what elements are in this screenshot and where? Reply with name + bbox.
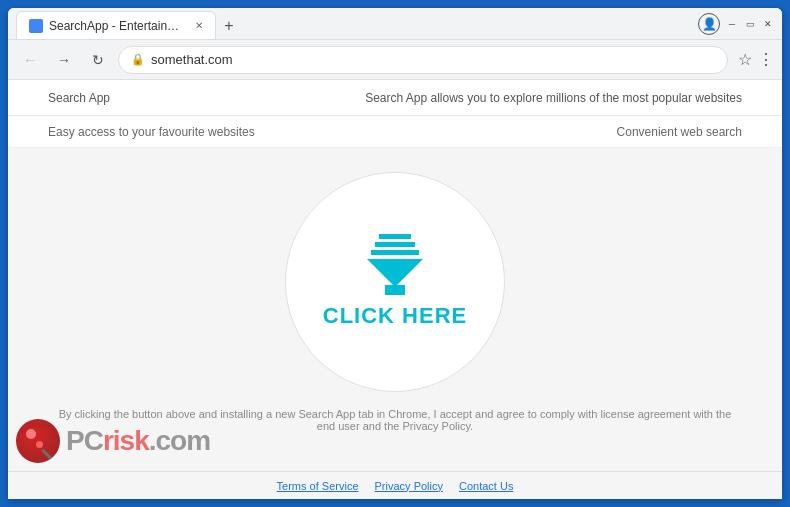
app-name: Search App bbox=[48, 91, 110, 105]
dl-line-2 bbox=[375, 242, 415, 247]
dl-stem bbox=[385, 285, 405, 295]
addressbar: ← → ↻ 🔒 somethat.com ☆ ⋮ bbox=[8, 40, 782, 80]
feature-right: Convenient web search bbox=[617, 125, 742, 139]
address-bar[interactable]: 🔒 somethat.com bbox=[118, 46, 728, 74]
magnifier-handle bbox=[41, 449, 54, 462]
terms-link[interactable]: Terms of Service bbox=[277, 480, 359, 492]
tab-area: SearchApp - Entertainm... ✕ + bbox=[16, 8, 698, 39]
new-tab-button[interactable]: + bbox=[216, 13, 242, 39]
tab-close-button[interactable]: ✕ bbox=[195, 20, 203, 31]
download-lines bbox=[371, 234, 419, 255]
menu-icon[interactable]: ⋮ bbox=[758, 50, 774, 69]
disclaimer-text: By clicking the button above and install… bbox=[8, 392, 782, 448]
features-row: Easy access to your favourite websites C… bbox=[8, 116, 782, 148]
app-toolbar: Search App Search App allows you to expl… bbox=[8, 80, 782, 116]
lock-icon: 🔒 bbox=[131, 53, 145, 66]
minimize-button[interactable]: ─ bbox=[726, 18, 738, 30]
profile-icon[interactable]: 👤 bbox=[698, 13, 720, 35]
footer: Terms of Service Privacy Policy Contact … bbox=[8, 471, 782, 499]
back-button[interactable]: ← bbox=[16, 46, 44, 74]
titlebar: SearchApp - Entertainm... ✕ + 👤 ─ ▭ ✕ bbox=[8, 8, 782, 40]
main-content: CLICK HERE By clicking the button above … bbox=[8, 148, 782, 471]
feature-left: Easy access to your favourite websites bbox=[48, 125, 255, 139]
dl-arrow bbox=[367, 259, 423, 287]
restore-button[interactable]: ▭ bbox=[744, 18, 756, 30]
bookmark-icon[interactable]: ☆ bbox=[738, 50, 752, 69]
cta-circle[interactable]: CLICK HERE bbox=[285, 172, 505, 392]
forward-button[interactable]: → bbox=[50, 46, 78, 74]
privacy-link[interactable]: Privacy Policy bbox=[375, 480, 443, 492]
browser-window: SearchApp - Entertainm... ✕ + 👤 ─ ▭ ✕ ← … bbox=[8, 8, 782, 499]
tab-favicon bbox=[29, 19, 43, 33]
app-description: Search App allows you to explore million… bbox=[365, 91, 742, 105]
contact-link[interactable]: Contact Us bbox=[459, 480, 513, 492]
active-tab[interactable]: SearchApp - Entertainm... ✕ bbox=[16, 11, 216, 39]
tab-title: SearchApp - Entertainm... bbox=[49, 19, 185, 33]
reload-button[interactable]: ↻ bbox=[84, 46, 112, 74]
dl-line-1 bbox=[379, 234, 411, 239]
window-controls: 👤 ─ ▭ ✕ bbox=[698, 13, 774, 35]
close-button[interactable]: ✕ bbox=[762, 18, 774, 30]
click-here-label[interactable]: CLICK HERE bbox=[323, 303, 467, 329]
dl-line-3 bbox=[371, 250, 419, 255]
download-icon bbox=[367, 234, 423, 295]
url-display: somethat.com bbox=[151, 52, 233, 67]
